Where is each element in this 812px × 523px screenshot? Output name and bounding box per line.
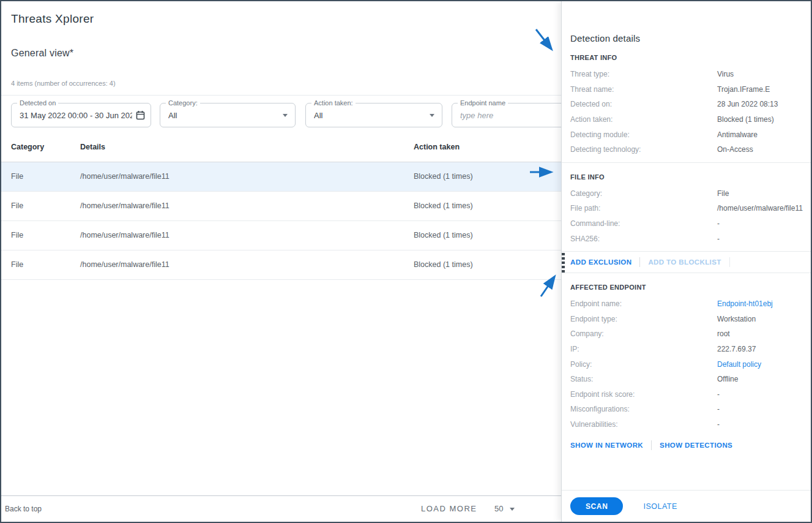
cell-details: /home/user/malware/file11 <box>80 220 414 250</box>
info-value: - <box>717 420 720 429</box>
info-label: Detecting technology: <box>570 145 717 154</box>
info-row: Vulnerabilities: - <box>570 417 802 432</box>
cell-details: /home/user/malware/file11 <box>80 162 414 191</box>
load-more-button[interactable]: LOAD MORE <box>421 504 477 513</box>
info-label: Category: <box>570 189 717 198</box>
info-value: File <box>717 189 729 198</box>
info-row: Category: File <box>570 186 802 201</box>
cell-details: /home/user/malware/file11 <box>80 191 414 220</box>
info-row: Threat name: Trojan.IFrame.E <box>570 82 802 97</box>
info-value: root <box>717 329 730 338</box>
table-row[interactable]: File /home/user/malware/file11 Blocked (… <box>1 220 561 250</box>
add-to-blocklist-button: ADD TO BLOCKLIST <box>648 258 721 266</box>
info-value[interactable]: Endpoint-ht01ebj <box>717 299 773 308</box>
divider <box>562 162 811 163</box>
isolate-button[interactable]: ISOLATE <box>643 502 677 511</box>
affected-endpoint-rows: Endpoint name: Endpoint-ht01ebj Endpoint… <box>570 296 802 432</box>
info-label: Command-line: <box>570 219 717 228</box>
divider <box>1 95 561 96</box>
detected-on-value: 31 May 2022 00:00 - 30 Jun 202... <box>20 103 132 127</box>
back-to-top-link[interactable]: Back to top <box>5 505 42 513</box>
chevron-down-icon <box>283 114 288 117</box>
category-filter[interactable]: Category: All <box>160 103 296 127</box>
info-label: SHA256: <box>570 235 717 243</box>
exclusion-actions: ADD EXCLUSION ADD TO BLOCKLIST <box>570 252 802 273</box>
cell-category: File <box>1 191 80 220</box>
info-value: Offline <box>717 375 738 383</box>
panel-footer: SCAN ISOLATE <box>562 490 811 522</box>
chevron-down-icon <box>430 114 434 117</box>
panel-title: Detection details <box>570 33 802 43</box>
category-filter-value: All <box>168 103 277 127</box>
scan-button[interactable]: SCAN <box>570 497 623 515</box>
info-label: Threat name: <box>570 85 717 94</box>
info-row: Status: Offline <box>570 372 802 387</box>
table-footer-bar: Back to top LOAD MORE 50 <box>1 495 561 522</box>
info-value: Antimalware <box>717 130 758 139</box>
info-row: Threat type: Virus <box>570 67 802 82</box>
cell-details: /home/user/malware/file11 <box>80 250 414 279</box>
info-value[interactable]: Default policy <box>717 360 761 369</box>
cell-action-taken: Blocked (1 times) <box>414 220 561 250</box>
info-label: Policy: <box>570 360 717 369</box>
detected-on-filter[interactable]: Detected on 31 May 2022 00:00 - 30 Jun 2… <box>11 103 151 127</box>
items-count-summary: 4 items (number of occurrences: 4) <box>11 80 116 87</box>
info-value: /home/user/malware/file11 <box>717 204 803 213</box>
info-row: Endpoint risk score: - <box>570 387 802 402</box>
column-header-details[interactable]: Details <box>80 132 414 162</box>
info-value: - <box>717 390 720 399</box>
table-header-row: Category Details Action taken <box>1 132 561 162</box>
table-row[interactable]: File /home/user/malware/file11 Blocked (… <box>1 191 561 220</box>
panel-resize-grip[interactable] <box>562 253 565 273</box>
add-exclusion-button[interactable]: ADD EXCLUSION <box>570 258 631 266</box>
cell-category: File <box>1 250 80 279</box>
info-value: Trojan.IFrame.E <box>717 85 770 94</box>
info-label: Threat type: <box>570 70 717 78</box>
info-label: Status: <box>570 375 717 383</box>
endpoint-name-input[interactable]: type here <box>460 103 549 127</box>
calendar-icon[interactable] <box>136 110 145 122</box>
info-value: Workstation <box>717 315 756 323</box>
info-row: Company: root <box>570 326 802 342</box>
detection-details-panel: Detection details THREAT INFO Threat typ… <box>561 1 811 522</box>
cell-action-taken: Blocked (1 times) <box>414 162 561 191</box>
threat-info-rows: Threat type: Virus Threat name: Trojan.I… <box>570 67 802 157</box>
info-value: Blocked (1 times) <box>717 115 774 124</box>
page-size-select[interactable]: 50 <box>494 504 503 513</box>
info-value: 222.7.69.37 <box>717 345 756 353</box>
info-label: Detecting module: <box>570 130 717 139</box>
info-row: Action taken: Blocked (1 times) <box>570 112 802 127</box>
divider <box>639 257 640 267</box>
info-label: Detected on: <box>570 100 717 108</box>
info-value: - <box>717 405 720 413</box>
threats-table: Category Details Action taken File /home… <box>1 132 561 280</box>
info-value: - <box>717 219 720 228</box>
divider <box>729 257 730 267</box>
cell-category: File <box>1 162 80 191</box>
show-in-network-button[interactable]: SHOW IN NETWORK <box>570 442 643 449</box>
info-row: Endpoint name: Endpoint-ht01ebj <box>570 296 802 312</box>
info-row: SHA256: - <box>570 231 802 246</box>
show-detections-button[interactable]: SHOW DETECTIONS <box>660 442 732 449</box>
cell-action-taken: Blocked (1 times) <box>414 250 561 279</box>
info-row: Endpoint type: Workstation <box>570 312 802 327</box>
info-row: Policy: Default policy <box>570 356 802 372</box>
page-title: Threats Xplorer <box>11 12 94 26</box>
cell-action-taken: Blocked (1 times) <box>414 191 561 220</box>
info-label: IP: <box>570 345 717 353</box>
info-label: File path: <box>570 204 717 213</box>
action-taken-filter-value: All <box>314 103 423 127</box>
table-row[interactable]: File /home/user/malware/file11 Blocked (… <box>1 250 561 279</box>
info-label: Company: <box>570 329 717 338</box>
action-taken-filter[interactable]: Action taken: All <box>305 103 442 127</box>
affected-endpoint-heading: AFFECTED ENDPOINT <box>570 284 802 291</box>
column-header-action-taken[interactable]: Action taken <box>414 132 561 162</box>
chevron-down-icon[interactable] <box>510 508 515 511</box>
column-header-category[interactable]: Category <box>1 132 80 162</box>
info-row: File path: /home/user/malware/file11 <box>570 201 802 216</box>
endpoint-name-filter[interactable]: Endpoint name type here <box>452 103 561 127</box>
info-label: Vulnerabilities: <box>570 420 717 429</box>
table-row[interactable]: File /home/user/malware/file11 Blocked (… <box>1 162 561 191</box>
info-value: - <box>717 235 720 243</box>
info-value: On-Access <box>717 145 753 154</box>
